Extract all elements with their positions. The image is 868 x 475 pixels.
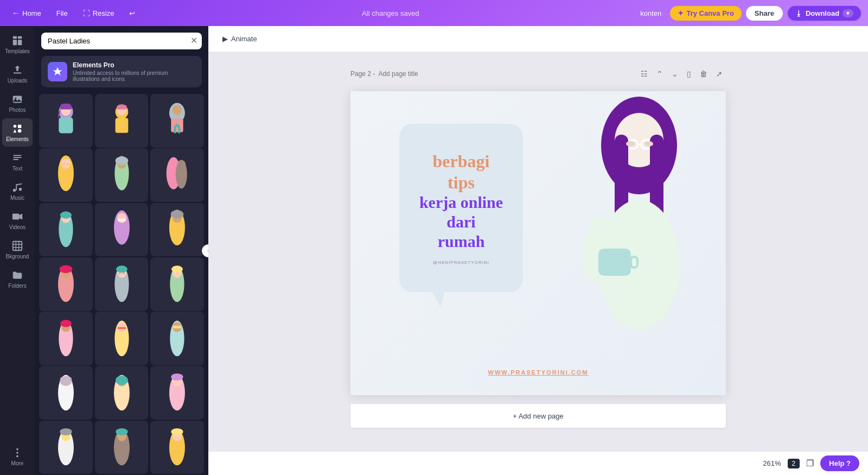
add-page-bar[interactable]: + Add new page — [350, 404, 726, 428]
svg-point-31 — [115, 156, 128, 165]
list-item[interactable] — [150, 366, 204, 420]
animate-button[interactable]: ▶ Animate — [217, 31, 263, 46]
star-icon: ✦ — [678, 9, 684, 17]
svg-point-38 — [60, 212, 72, 219]
svg-rect-2 — [13, 40, 17, 45]
list-item[interactable] — [39, 203, 93, 257]
bottom-bar: 261% 2 ❐ Help ? — [208, 451, 868, 475]
svg-point-80 — [171, 428, 183, 435]
sidebar-item-elements[interactable]: Elements — [2, 118, 33, 147]
svg-rect-41 — [117, 219, 126, 221]
svg-rect-61 — [117, 327, 126, 329]
page-expand-button[interactable]: ➚ — [713, 67, 726, 80]
svg-point-58 — [60, 320, 72, 327]
list-item[interactable] — [39, 366, 93, 420]
download-button[interactable]: ⭳ Download ▼ — [787, 5, 861, 21]
list-item[interactable] — [150, 312, 204, 365]
elements-pro-banner[interactable]: Elements Pro Unlimited access to million… — [41, 56, 202, 87]
home-icon: ← — [12, 9, 20, 17]
file-button[interactable]: File — [51, 7, 73, 20]
sidebar-item-uploads[interactable]: Uploads — [2, 60, 33, 88]
share-button[interactable]: Share — [746, 6, 783, 21]
list-item[interactable] — [39, 312, 93, 365]
sidebar-item-background[interactable]: Bkground — [2, 236, 33, 264]
list-item[interactable] — [39, 421, 93, 474]
list-item[interactable] — [39, 257, 93, 311]
elements-pro-icon — [48, 62, 67, 81]
list-item[interactable] — [95, 94, 149, 148]
resize-button[interactable]: ⛶ Resize — [78, 7, 120, 20]
url-text: WWW.PRASETYORINI.COM — [488, 369, 589, 376]
zoom-level: 261% — [763, 459, 781, 467]
undo-button[interactable]: ↩ — [124, 7, 141, 20]
page-prev-button[interactable]: ⌃ — [653, 67, 666, 80]
woman-illustration[interactable] — [569, 91, 710, 352]
page-grid-button[interactable]: ☷ — [637, 67, 651, 80]
elements-icon — [11, 123, 23, 135]
list-item[interactable] — [95, 257, 149, 311]
list-item[interactable] — [95, 421, 149, 474]
page-next-button[interactable]: ⌄ — [668, 67, 681, 80]
download-caret-icon: ▼ — [843, 9, 853, 17]
list-item[interactable] — [150, 203, 204, 257]
search-clear-button[interactable]: ✕ — [190, 35, 197, 45]
svg-point-23 — [173, 105, 182, 115]
svg-point-44 — [171, 210, 184, 219]
page-delete-button[interactable]: 🗑 — [697, 67, 711, 80]
topbar-center: All changes saved — [145, 9, 636, 17]
svg-point-92 — [644, 141, 653, 147]
svg-rect-89 — [598, 249, 631, 276]
elements-panel: ✕ Elements Pro Unlimited access to milli… — [35, 26, 208, 475]
list-item[interactable] — [95, 312, 149, 365]
username: konten — [640, 9, 661, 17]
svg-rect-17 — [59, 117, 73, 134]
sidebar-item-more[interactable]: More — [2, 442, 33, 471]
list-item[interactable] — [95, 148, 149, 202]
svg-point-74 — [60, 428, 72, 435]
list-item[interactable] — [150, 94, 204, 148]
svg-rect-11 — [12, 214, 20, 220]
svg-rect-3 — [18, 40, 22, 45]
speech-bubble[interactable]: berbagi tips kerja online dari rumah @HE… — [399, 124, 523, 292]
list-item[interactable] — [39, 148, 93, 202]
list-item[interactable] — [150, 148, 204, 202]
sidebar-item-photos[interactable]: Photos — [2, 89, 33, 117]
list-item[interactable] — [95, 203, 149, 257]
undo-icon: ↩ — [129, 9, 135, 17]
home-button[interactable]: ← Home — [7, 6, 47, 20]
bubble-line4: dari — [446, 212, 475, 232]
templates-icon — [11, 35, 23, 47]
canvas-scroll[interactable]: Page 2 - ☷ ⌃ ⌄ ▯ 🗑 ➚ berbagi — [208, 52, 868, 451]
list-item[interactable] — [39, 94, 93, 148]
page-copy-button[interactable]: ▯ — [684, 67, 694, 80]
fullscreen-button[interactable]: ❐ — [806, 458, 814, 468]
page-title-area: Page 2 - — [350, 70, 459, 78]
bubble-line2: tips — [448, 172, 475, 193]
bubble-handle: @HENIPRASETYORINI — [433, 260, 489, 265]
help-button[interactable]: Help ? — [820, 455, 859, 471]
svg-point-55 — [171, 265, 183, 273]
sidebar-item-music[interactable]: Music — [2, 177, 33, 205]
search-input[interactable] — [41, 33, 202, 49]
background-icon — [11, 240, 23, 252]
design-canvas[interactable]: berbagi tips kerja online dari rumah @HE… — [350, 91, 726, 395]
photos-icon — [11, 93, 23, 105]
list-item[interactable] — [95, 366, 149, 420]
try-pro-button[interactable]: ✦ Try Canva Pro — [670, 6, 741, 21]
list-item[interactable] — [150, 257, 204, 311]
sidebar-item-videos[interactable]: Videos — [2, 206, 33, 235]
music-icon — [11, 181, 23, 193]
svg-point-14 — [16, 452, 18, 454]
svg-rect-12 — [13, 242, 22, 251]
sidebar-item-templates[interactable]: Templates — [2, 30, 33, 59]
more-icon — [11, 447, 23, 459]
page-label: Page 2 - — [350, 70, 375, 78]
list-item[interactable] — [150, 421, 204, 474]
sidebar-item-text[interactable]: Text — [2, 148, 33, 176]
page-title-input[interactable] — [378, 70, 459, 78]
sidebar-item-folders[interactable]: Folders — [2, 265, 33, 293]
svg-point-6 — [15, 98, 16, 99]
download-icon: ⭳ — [795, 9, 802, 17]
page-header: Page 2 - ☷ ⌃ ⌄ ▯ 🗑 ➚ — [350, 65, 726, 83]
svg-rect-4 — [14, 73, 22, 74]
